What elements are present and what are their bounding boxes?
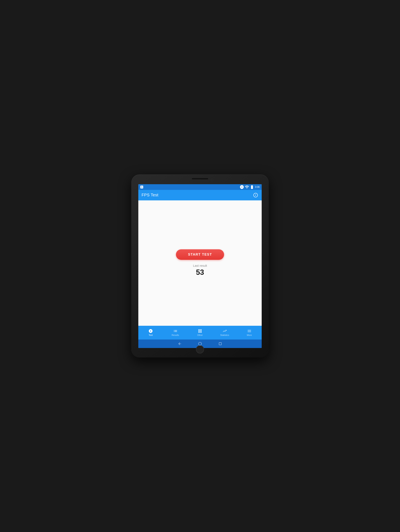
last-result-label: Last result <box>193 264 207 267</box>
svg-rect-1 <box>219 342 222 345</box>
home-button[interactable] <box>196 345 204 354</box>
bottom-navigation: Test Results Other Stat <box>138 326 262 340</box>
nav-label-other: Other <box>197 334 203 336</box>
tablet-screen: N 3:06 <box>138 184 262 348</box>
main-content: START TEST Last result 53 <box>138 200 262 326</box>
list-icon <box>173 329 178 333</box>
info-button[interactable]: i <box>253 192 258 198</box>
nav-tab-results[interactable]: Results <box>163 326 188 340</box>
nav-label-statistics: Statistics <box>220 334 229 336</box>
recents-button[interactable] <box>218 342 222 346</box>
more-vert-icon <box>247 329 252 333</box>
last-result-value: 53 <box>196 268 204 277</box>
svg-point-0 <box>199 342 202 345</box>
battery-icon <box>250 185 254 189</box>
wifi-icon <box>245 185 249 189</box>
status-icons <box>240 185 254 189</box>
tablet-device: N 3:06 <box>131 175 269 357</box>
home-icon <box>198 342 202 346</box>
app-bar: FPS Test i <box>138 190 262 200</box>
start-test-button[interactable]: START TEST <box>176 249 224 260</box>
nav-label-test: Test <box>149 334 153 336</box>
do-not-disturb-icon <box>240 185 244 189</box>
nav-label-more: More <box>247 334 252 336</box>
nav-tab-test[interactable]: Test <box>138 326 163 340</box>
nav-tab-other[interactable]: Other <box>188 326 212 340</box>
front-camera <box>211 179 213 181</box>
play-circle-icon <box>148 329 153 333</box>
back-button[interactable] <box>178 342 182 346</box>
info-icon: i <box>253 193 258 197</box>
back-icon <box>178 342 182 346</box>
home-nav-button[interactable] <box>198 342 202 346</box>
status-time: 3:06 <box>255 186 260 189</box>
recents-icon <box>218 342 222 346</box>
grid-icon <box>198 329 202 333</box>
nav-tab-statistics[interactable]: Statistics <box>212 326 237 340</box>
notification-icon: N <box>140 186 143 189</box>
trending-up-icon <box>222 329 227 333</box>
status-bar-right: 3:06 <box>240 185 260 189</box>
status-bar: N 3:06 <box>138 184 262 190</box>
nav-tab-more[interactable]: More <box>237 326 262 340</box>
app-title: FPS Test <box>142 193 158 197</box>
status-bar-left: N <box>140 186 143 189</box>
nav-label-results: Results <box>172 334 179 336</box>
speaker-grille <box>192 178 208 179</box>
